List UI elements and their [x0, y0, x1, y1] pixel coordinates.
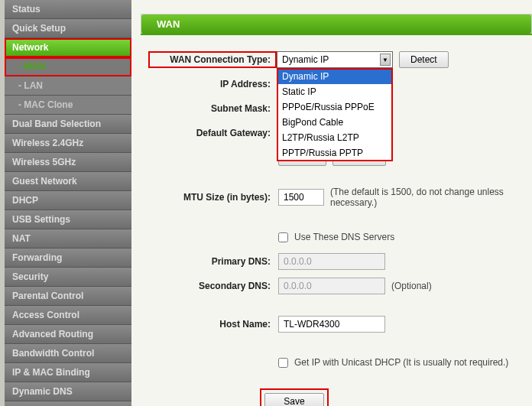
unicast-dhcp-label: Get IP with Unicast DHCP (It is usually … [294, 357, 508, 368]
sidebar-item-usb-settings[interactable]: USB Settings [5, 210, 131, 229]
save-button[interactable]: Save [264, 393, 323, 406]
host-name-input[interactable] [278, 316, 385, 333]
sidebar-item-advanced-routing[interactable]: Advanced Routing [5, 325, 131, 344]
conn-type-option-pptp-russia-pptp[interactable]: PPTP/Russia PPTP [277, 145, 392, 161]
content-area: WAN WAN Connection Type: Dynamic IP ▼ De… [131, 0, 532, 406]
conn-type-option-bigpond-cable[interactable]: BigPond Cable [277, 115, 392, 130]
save-highlight: Save [261, 390, 326, 406]
wan-conn-type-select[interactable]: Dynamic IP ▼ [277, 51, 393, 68]
primary-dns-label: Primary DNS: [148, 256, 278, 267]
sidebar-item-wireless-2-4ghz[interactable]: Wireless 2.4GHz [5, 134, 131, 153]
conn-type-option-pppoe-russia-pppoe[interactable]: PPPoE/Russia PPPoE [277, 99, 392, 115]
sidebar-item-ip-mac-binding[interactable]: IP & MAC Binding [5, 363, 131, 382]
mtu-label: MTU Size (in bytes): [148, 192, 278, 203]
subnet-mask-label: Subnet Mask: [148, 103, 278, 114]
conn-type-option-l2tp-russia-l2tp[interactable]: L2TP/Russia L2TP [277, 130, 392, 145]
conn-type-option-dynamic-ip[interactable]: Dynamic IP [277, 69, 392, 84]
sidebar-item-parental-control[interactable]: Parental Control [5, 287, 131, 306]
sidebar-item-status[interactable]: Status [5, 0, 131, 19]
sidebar-item-bandwidth-control[interactable]: Bandwidth Control [5, 344, 131, 363]
sidebar-item-dynamic-dns[interactable]: Dynamic DNS [5, 382, 131, 401]
wan-conn-type-label: WAN Connection Type: [148, 51, 277, 68]
optional-hint: (Optional) [391, 281, 432, 291]
sidebar-item-dhcp[interactable]: DHCP [5, 191, 131, 210]
sidebar-item-dual-band-selection[interactable]: Dual Band Selection [5, 115, 131, 134]
sidebar-sub-mac-clone[interactable]: - MAC Clone [5, 96, 131, 115]
use-dns-label: Use These DNS Servers [294, 232, 394, 242]
conn-type-option-static-ip[interactable]: Static IP [277, 84, 392, 99]
ip-address-label: IP Address: [148, 79, 278, 89]
secondary-dns-label: Secondary DNS: [148, 281, 278, 291]
secondary-dns-input[interactable] [278, 278, 385, 294]
wan-conn-type-dropdown[interactable]: Dynamic IPStatic IPPPPoE/Russia PPPoEBig… [277, 68, 393, 161]
sidebar-item-security[interactable]: Security [5, 268, 131, 287]
sidebar-item-guest-network[interactable]: Guest Network [5, 172, 131, 191]
host-name-label: Host Name: [148, 319, 278, 330]
use-dns-checkbox[interactable] [278, 232, 288, 242]
unicast-dhcp-checkbox[interactable] [278, 358, 288, 368]
sidebar-item-network[interactable]: Network [5, 38, 131, 57]
sidebar-item-ipv6-support[interactable]: IPv6 Support [5, 401, 131, 406]
detect-button[interactable]: Detect [399, 51, 449, 68]
sidebar-item-nat[interactable]: NAT [5, 229, 131, 248]
sidebar-item-access-control[interactable]: Access Control [5, 306, 131, 325]
page-title-bar: WAN [141, 14, 532, 35]
sidebar-item-wireless-5ghz[interactable]: Wireless 5GHz [5, 153, 131, 172]
mtu-input[interactable] [278, 189, 324, 206]
mtu-hint: (The default is 1500, do not change unle… [330, 187, 532, 208]
sidebar-item-quick-setup[interactable]: Quick Setup [5, 19, 131, 38]
primary-dns-input[interactable] [278, 253, 385, 270]
wan-form: WAN Connection Type: Dynamic IP ▼ Detect… [141, 50, 532, 406]
chevron-down-icon: ▼ [380, 54, 391, 66]
page-title: WAN [141, 15, 531, 34]
sidebar-sub-lan[interactable]: - LAN [5, 76, 131, 96]
sidebar-sub-wan[interactable]: - WAN [5, 57, 131, 76]
sidebar: StatusQuick SetupNetwork- WAN- LAN- MAC … [5, 0, 131, 406]
wan-conn-type-value: Dynamic IP [282, 54, 329, 65]
default-gateway-label: Default Gateway: [148, 128, 278, 138]
sidebar-item-forwarding[interactable]: Forwarding [5, 248, 131, 268]
